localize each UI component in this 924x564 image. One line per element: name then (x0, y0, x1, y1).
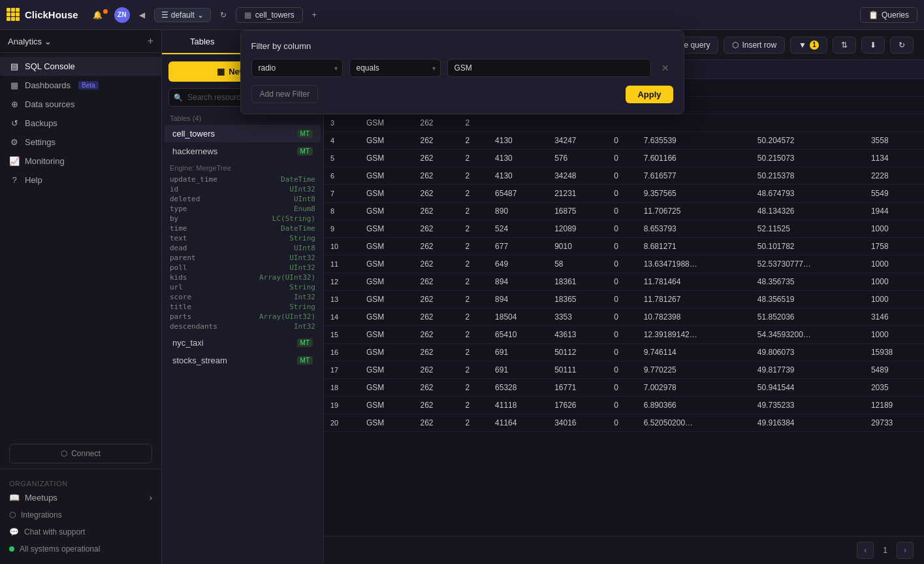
workspace-selector[interactable]: Analytics ⌄ (8, 37, 52, 46)
sidebar-item-monitoring[interactable]: 📈 Monitoring (0, 152, 161, 171)
schema-row: deletedUInt8 (170, 194, 315, 204)
add-tab-button[interactable]: + (308, 8, 321, 22)
table-item-nyc-taxi[interactable]: nyc_taxi MT (165, 334, 321, 352)
cell-c3: 17626 (548, 397, 607, 414)
table-row[interactable]: 6 GSM 262 2 4130 34248 0 7.616577 50.215… (324, 167, 924, 185)
page-number: 1 (879, 546, 891, 555)
refresh-button[interactable]: ↻ (216, 8, 231, 22)
table-row[interactable]: 20 GSM 262 2 41164 34016 0 6.52050200… 4… (324, 414, 924, 432)
next-page-button[interactable]: › (897, 542, 914, 559)
connect-button[interactable]: ⬡ Connect (9, 444, 152, 463)
nav-pill[interactable]: ☰ default ⌄ (154, 8, 211, 22)
insert-row-button[interactable]: ⬡ Insert row (724, 37, 785, 54)
cell-c4: 0 (607, 291, 637, 308)
cell-c7: 1000 (865, 326, 924, 344)
table-row[interactable]: 13 GSM 262 2 894 18365 0 11.781267 48.35… (324, 291, 924, 308)
table-item-hackernews[interactable]: hackernews MT (165, 142, 321, 160)
filter-clear-button[interactable]: ✕ (658, 61, 673, 75)
apply-button[interactable]: Apply (626, 86, 673, 103)
chat-support-item[interactable]: 💬 Chat with support (9, 523, 152, 540)
cell-c4: 0 (607, 203, 637, 220)
top-bar: ClickHouse 🔔 ZN ◀ ☰ default ⌄ ↻ ▦ cell_t… (0, 0, 924, 30)
cell-num: 11 (324, 256, 360, 273)
table-row[interactable]: 15 GSM 262 2 65410 43613 0 12.39189142… … (324, 326, 924, 344)
table-name: hackernews (172, 146, 217, 156)
table-name: nyc_taxi (172, 338, 204, 348)
sidebar-item-label: Backups (25, 118, 57, 128)
cell-c3: 18365 (548, 291, 607, 308)
filter-column-select[interactable]: radio mcc id type (324, 59, 343, 77)
cell-mcc: 262 (413, 344, 458, 361)
cell-num: 9 (324, 220, 360, 238)
download-icon: ⬇ (870, 41, 876, 50)
table-row[interactable]: 18 GSM 262 2 65328 16771 0 7.002978 50.9… (324, 379, 924, 397)
cell-c2: 65410 (488, 326, 548, 344)
cell-c7: 15938 (865, 344, 924, 361)
table-item-stocks-stream[interactable]: stocks_stream MT (165, 352, 321, 369)
settings-icon: ⚙ (9, 137, 20, 147)
sidebar-item-data-sources[interactable]: ⊕ Data sources (0, 95, 161, 114)
schema-row: scoreInt32 (170, 292, 315, 302)
table-row[interactable]: 3 GSM 262 2 (324, 114, 924, 132)
filter-criteria-select[interactable]: equals not equals contains greater than … (349, 59, 441, 77)
sort-button[interactable]: ⇅ (833, 37, 856, 54)
integrations-item[interactable]: ⬡ Integrations (9, 506, 152, 523)
sidebar-item-settings[interactable]: ⚙ Settings (0, 133, 161, 152)
cell-mcc: 262 (413, 414, 458, 432)
filter-value-input[interactable] (447, 59, 651, 77)
filter-title: Filter by column (324, 41, 673, 51)
table-row[interactable]: 12 GSM 262 2 894 18361 0 11.781464 48.35… (324, 273, 924, 291)
table-row[interactable]: 16 GSM 262 2 691 50112 0 9.746114 49.806… (324, 344, 924, 361)
main-content: cell_towers 📋 Create query ⬡ Insert row … (324, 30, 924, 564)
cell-c5: 6.890366 (637, 397, 751, 414)
cell-c3: 16771 (548, 379, 607, 397)
monitoring-icon: 📈 (9, 156, 20, 166)
add-workspace-button[interactable]: + (148, 35, 153, 47)
workspace-chevron: ⌄ (44, 37, 52, 46)
table-icon: ▦ (244, 10, 251, 20)
table-row[interactable]: 19 GSM 262 2 41118 17626 0 6.890366 49.7… (324, 397, 924, 414)
schema-field: parent (170, 254, 196, 262)
avatar[interactable]: ZN (114, 7, 130, 23)
table-row[interactable]: 11 GSM 262 2 649 58 0 13.63471988… 52.53… (324, 256, 924, 273)
sidebar-item-help[interactable]: ? Help (0, 171, 161, 190)
reload-button[interactable]: ↻ (890, 37, 914, 54)
cell-c2: 18504 (488, 308, 548, 326)
cell-c4: 0 (607, 397, 637, 414)
table-row[interactable]: 4 GSM 262 2 4130 34247 0 7.635539 50.204… (324, 132, 924, 150)
cell-mcc: 262 (413, 397, 458, 414)
sidebar-item-sql-console[interactable]: ▤ SQL Console (0, 57, 161, 76)
sidebar-item-backups[interactable]: ↺ Backups (0, 114, 161, 133)
sidebar-header: Analytics ⌄ + (0, 30, 161, 53)
table-row[interactable]: 10 GSM 262 2 677 9010 0 8.681271 50.1017… (324, 238, 924, 256)
tab-tables[interactable]: Tables (162, 30, 243, 54)
sidebar-item-dashboards[interactable]: ▦ Dashboards Beta (0, 76, 161, 95)
table-item-cell-towers[interactable]: cell_towers MT (165, 125, 321, 142)
notifications-button[interactable]: 🔔 (89, 8, 109, 22)
table-row[interactable]: 5 GSM 262 2 4130 576 0 7.601166 50.21507… (324, 150, 924, 167)
table-row[interactable]: 8 GSM 262 2 890 16875 0 11.706725 48.134… (324, 203, 924, 220)
queries-button[interactable]: 📋 Queries (860, 7, 917, 23)
table-row[interactable]: 17 GSM 262 2 691 50111 0 9.770225 49.817… (324, 361, 924, 379)
filter-button[interactable]: ▼ 1 (790, 37, 827, 54)
cell-radio: GSM (360, 414, 413, 432)
meetups-item[interactable]: 📖 Meetups › (9, 489, 152, 506)
cell-c7: 5489 (865, 361, 924, 379)
col-c7[interactable] (865, 60, 924, 79)
cell-radio: GSM (360, 273, 413, 291)
back-button[interactable]: ◀ (135, 8, 149, 22)
schema-type: UInt8 (294, 195, 315, 203)
table-row[interactable]: 7 GSM 262 2 65487 21231 0 9.357565 48.67… (324, 185, 924, 203)
chat-icon: 💬 (9, 527, 19, 537)
table-row[interactable]: 14 GSM 262 2 18504 3353 0 10.782398 51.8… (324, 308, 924, 326)
cell-c5: 10.782398 (637, 308, 751, 326)
sidebar: Analytics ⌄ + ▤ SQL Console ▦ Dashboards… (0, 30, 162, 564)
cell-towers-tab[interactable]: ▦ cell_towers (236, 7, 303, 23)
table-row[interactable]: 9 GSM 262 2 524 12089 0 8.653793 52.1152… (324, 220, 924, 238)
prev-page-button[interactable]: ‹ (857, 542, 874, 559)
download-button[interactable]: ⬇ (861, 37, 885, 54)
schema-field: score (170, 293, 191, 301)
cell-c3: 50112 (548, 344, 607, 361)
col-c6[interactable] (751, 60, 865, 79)
cell-c2: 649 (488, 256, 548, 273)
